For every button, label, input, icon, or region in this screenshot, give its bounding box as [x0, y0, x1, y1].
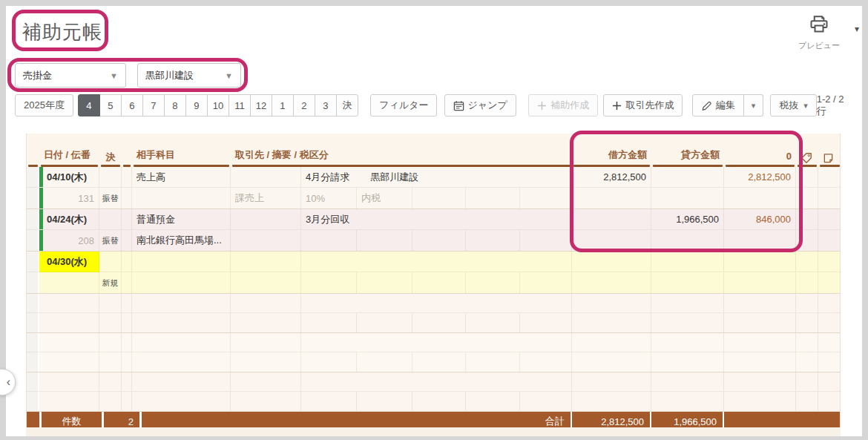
- row1-partner: 黒部川建設: [370, 171, 418, 184]
- ledger-empty-row: [27, 333, 840, 372]
- tab-month-11[interactable]: 11: [228, 94, 251, 116]
- row1-slip-no: 131: [39, 188, 99, 208]
- tag-icon: [796, 152, 818, 167]
- row2-slip-type: 振替: [99, 230, 122, 251]
- calendar-icon: [453, 100, 464, 111]
- header-counter-account: 相手科目: [132, 148, 231, 167]
- month-tabs: 4 5 6 7 8 9 10 11 12 1 2 3 決: [78, 94, 358, 116]
- row-gutter: [27, 167, 39, 188]
- row2-credit: 1,966,500: [651, 209, 724, 230]
- ledger-row-2[interactable]: 04/24(木) 普通預金 3月分回収 1,966,500 846,000 20…: [27, 209, 840, 252]
- create-subaccount-label: 補助作成: [550, 99, 589, 112]
- header-partner-memo-tax: 取引先 / 摘要 / 税区分: [231, 148, 572, 167]
- ledger-table: 日付 / 伝番 決 相手科目 取引先 / 摘要 / 税区分 借方金額 貸方金額 …: [26, 134, 841, 432]
- ledger-row-1[interactable]: 04/10(木) 売上高 4月分請求 黒部川建設 2,812,500 2,812…: [27, 167, 840, 209]
- tab-month-10[interactable]: 10: [207, 94, 229, 116]
- tax-mode-label: 税抜: [779, 99, 798, 112]
- header-gutter: [27, 162, 39, 167]
- tab-month-5[interactable]: 5: [99, 94, 122, 116]
- row1-balance: 2,812,500: [724, 167, 796, 188]
- edit-split-button: 編集 ▾: [692, 94, 763, 116]
- row1-credit: [651, 167, 724, 188]
- chevron-down-icon: ▼: [217, 71, 233, 80]
- header-opening-balance: 0: [724, 151, 796, 167]
- plus-icon: [537, 101, 547, 111]
- row2-date: 04/24(木): [39, 209, 99, 230]
- account-select-value: 売掛金: [23, 69, 52, 82]
- row-gutter: [27, 252, 39, 272]
- page-title: 補助元帳: [22, 19, 102, 45]
- create-partner-button[interactable]: 取引先作成: [603, 94, 683, 116]
- tab-month-9[interactable]: 9: [185, 94, 208, 116]
- row2-balance: 846,000: [724, 209, 796, 230]
- row1-tax-rate: 10%: [301, 188, 357, 208]
- tab-month-6[interactable]: 6: [121, 94, 143, 116]
- row2-counter-account: 普通預金: [132, 209, 231, 230]
- header-spacer: [122, 162, 132, 167]
- row2-debit: [572, 209, 651, 230]
- row1-slip-type: 振替: [99, 188, 122, 208]
- new-row-type: 新規: [99, 272, 122, 293]
- header-settle: 決: [99, 151, 122, 167]
- tab-month-1[interactable]: 1: [272, 94, 294, 116]
- create-partner-label: 取引先作成: [625, 99, 674, 112]
- jump-button-label: ジャンプ: [468, 99, 507, 112]
- tab-month-8[interactable]: 8: [164, 94, 186, 116]
- ledger-header-row: 日付 / 伝番 決 相手科目 取引先 / 摘要 / 税区分 借方金額 貸方金額 …: [27, 134, 840, 167]
- tab-settlement[interactable]: 決: [336, 94, 358, 116]
- row1-tax-category: 課売上: [231, 188, 301, 208]
- edit-button-label: 編集: [716, 99, 735, 112]
- toolbar: 2025年度 4 5 6 7 8 9 10 11 12 1 2 3 決 フィルタ…: [15, 94, 853, 116]
- row-gutter: [27, 209, 39, 230]
- ledger-empty-row: [27, 372, 840, 412]
- row-range-label: 1-2 / 2行: [817, 93, 853, 118]
- chevron-left-icon: ‹: [7, 375, 10, 389]
- tab-month-3[interactable]: 3: [315, 94, 337, 116]
- row2-slip-no: 208: [39, 230, 99, 251]
- ledger-new-entry-row[interactable]: 04/30(水) 新規: [27, 252, 840, 294]
- print-preview-button[interactable]: ▾ プレビュー: [789, 13, 849, 51]
- row1-memo-partner: 4月分請求 黒部川建設: [301, 167, 572, 188]
- create-subaccount-button[interactable]: 補助作成: [528, 94, 598, 116]
- row2-memo-partner: 3月分回収: [301, 209, 572, 230]
- plus-icon: [612, 101, 622, 111]
- partner-select-value: 黒部川建設: [145, 69, 194, 82]
- row2-counter-account-detail: 南北銀行高田馬場...: [132, 230, 231, 251]
- chevron-down-icon: ▾: [803, 101, 808, 111]
- ledger-empty-row: [27, 294, 840, 333]
- table-footer-strip: [26, 427, 841, 436]
- filter-button[interactable]: フィルター: [370, 94, 437, 116]
- row1-debit: 2,812,500: [572, 167, 651, 188]
- edit-button[interactable]: 編集: [692, 94, 744, 116]
- preview-caret-icon[interactable]: ▾: [855, 24, 859, 34]
- note-icon: [818, 153, 841, 167]
- pencil-icon: [701, 100, 712, 111]
- account-select[interactable]: 売掛金 ▼: [15, 63, 126, 88]
- new-row-date[interactable]: 04/30(水): [39, 252, 99, 272]
- row1-tax-inclusion: 内税: [357, 188, 412, 208]
- subsidiary-ledger-page: 補助元帳 ▾ プレビュー 売掛金 ▼ 黒部川建設 ▼ 2025年度 4 5 6 …: [0, 0, 868, 440]
- edit-dropdown-arrow[interactable]: ▾: [744, 94, 763, 116]
- row2-memo: 3月分回収: [306, 213, 349, 226]
- jump-button[interactable]: ジャンプ: [444, 94, 516, 116]
- tab-month-4[interactable]: 4: [78, 94, 100, 116]
- chevron-down-icon: ▼: [102, 71, 118, 80]
- header-date: 日付 / 伝番: [39, 148, 99, 167]
- tax-mode-button[interactable]: 税抜 ▾: [770, 94, 817, 116]
- header-debit: 借方金額: [572, 148, 651, 167]
- preview-label: プレビュー: [789, 40, 849, 51]
- tab-month-2[interactable]: 2: [293, 94, 315, 116]
- fiscal-year-tab[interactable]: 2025年度: [15, 94, 73, 116]
- printer-icon: [807, 13, 831, 36]
- tab-month-7[interactable]: 7: [142, 94, 165, 116]
- filter-button-label: フィルター: [379, 99, 428, 112]
- tab-month-12[interactable]: 12: [250, 94, 272, 116]
- row1-memo: 4月分請求: [306, 171, 349, 184]
- row1-date: 04/10(木): [39, 167, 99, 188]
- partner-select[interactable]: 黒部川建設 ▼: [137, 63, 241, 88]
- header-credit: 貸方金額: [651, 148, 724, 167]
- row1-counter-account: 売上高: [132, 167, 231, 188]
